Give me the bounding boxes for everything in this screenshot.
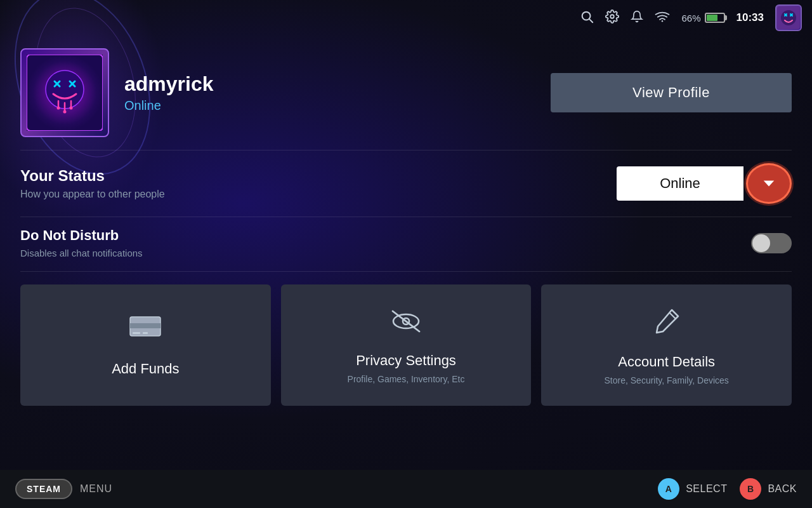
topbar-time: 10:33 xyxy=(737,11,764,24)
back-label: BACK xyxy=(768,483,797,495)
status-dropdown[interactable]: Online xyxy=(617,163,792,204)
account-details-title: Account Details xyxy=(618,354,715,370)
dnd-title: Do Not Disturb xyxy=(20,227,751,244)
svg-rect-26 xyxy=(130,323,160,328)
dnd-info: Do Not Disturb Disables all chat notific… xyxy=(20,227,751,258)
svg-point-20 xyxy=(63,110,67,114)
privacy-settings-card[interactable]: Privacy Settings Profile, Games, Invento… xyxy=(281,284,532,406)
battery-bar xyxy=(705,13,725,23)
cards-section: Add Funds Privacy Settings Profile, Game… xyxy=(0,274,812,416)
view-profile-button[interactable]: View Profile xyxy=(551,73,792,112)
steam-menu: STEAM MENU xyxy=(15,479,112,499)
svg-point-18 xyxy=(57,107,60,110)
profile-section: admyrick Online View Profile xyxy=(0,36,812,150)
bottom-actions: A SELECT B BACK xyxy=(658,478,797,500)
dnd-toggle[interactable] xyxy=(751,233,792,253)
privacy-settings-icon xyxy=(389,309,423,340)
select-label: SELECT xyxy=(686,483,727,495)
b-button[interactable]: B xyxy=(740,478,761,500)
dnd-section: Do Not Disturb Disables all chat notific… xyxy=(0,217,812,271)
svg-rect-28 xyxy=(143,332,148,334)
status-dropdown-button[interactable] xyxy=(746,163,792,204)
wifi-icon xyxy=(655,11,670,25)
back-action: B BACK xyxy=(740,478,797,500)
battery-fill xyxy=(707,15,717,21)
battery-percent: 66% xyxy=(681,13,700,23)
topbar-avatar[interactable] xyxy=(775,4,802,31)
divider-3 xyxy=(20,271,792,272)
status-title: Your Status xyxy=(20,167,617,185)
topbar: 66% 10:33 xyxy=(0,0,812,36)
add-funds-card[interactable]: Add Funds xyxy=(20,284,271,406)
add-funds-title: Add Funds xyxy=(112,361,179,377)
privacy-settings-title: Privacy Settings xyxy=(356,352,456,369)
status-info: Your Status How you appear to other peop… xyxy=(20,167,617,200)
profile-avatar xyxy=(20,48,109,137)
gear-icon[interactable] xyxy=(605,10,619,27)
profile-username: admyrick xyxy=(124,72,535,96)
svg-point-2 xyxy=(611,15,615,18)
select-action: A SELECT xyxy=(658,478,727,500)
search-icon[interactable] xyxy=(580,10,594,27)
svg-point-3 xyxy=(662,20,663,22)
dnd-description: Disables all chat notifications xyxy=(20,248,751,258)
notification-icon[interactable] xyxy=(631,10,643,27)
your-status-section: Your Status How you appear to other peop… xyxy=(0,150,812,217)
bottombar: STEAM MENU A SELECT B BACK xyxy=(0,470,812,508)
privacy-settings-subtitle: Profile, Games, Inventory, Etc xyxy=(348,374,465,384)
svg-point-5 xyxy=(781,10,796,25)
status-select-value[interactable]: Online xyxy=(617,166,743,201)
account-details-icon xyxy=(653,307,681,341)
svg-point-22 xyxy=(70,107,73,110)
add-funds-icon xyxy=(129,316,162,348)
battery-indicator: 66% xyxy=(681,13,724,23)
toggle-knob xyxy=(752,234,770,252)
steam-button[interactable]: STEAM xyxy=(15,479,72,499)
svg-rect-27 xyxy=(133,332,140,334)
svg-marker-24 xyxy=(764,180,775,186)
profile-status: Online xyxy=(124,98,535,113)
menu-label: MENU xyxy=(80,483,112,495)
a-button[interactable]: A xyxy=(658,478,679,500)
status-description: How you appear to other people xyxy=(20,189,617,200)
profile-actions: View Profile xyxy=(551,73,792,112)
account-details-subtitle: Store, Security, Family, Devices xyxy=(605,375,729,385)
svg-line-1 xyxy=(590,19,593,22)
account-details-card[interactable]: Account Details Store, Security, Family,… xyxy=(541,284,792,406)
profile-info: admyrick Online xyxy=(124,72,535,113)
